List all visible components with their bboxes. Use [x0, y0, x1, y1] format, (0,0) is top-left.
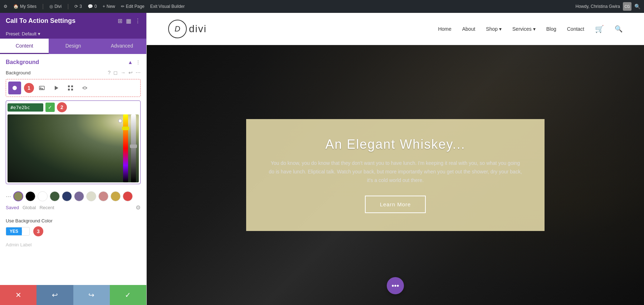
avatar[interactable]: CG	[623, 2, 631, 11]
mobile-icon[interactable]: ◻	[113, 70, 118, 75]
background-section-header: Background ▲ ⋮	[0, 54, 146, 68]
bg-types-container: 1	[0, 79, 146, 100]
comments-btn[interactable]: 💬 0	[88, 4, 97, 9]
svg-rect-6	[71, 89, 73, 90]
more-dots-icon[interactable]: ⋯	[136, 70, 141, 75]
global-tab-btn[interactable]: Global	[23, 205, 36, 210]
swatch-2[interactable]	[25, 191, 35, 201]
undo-icon[interactable]: ↩	[128, 70, 133, 75]
alpha-bar[interactable]	[131, 114, 136, 182]
recent-tab-btn[interactable]: Recent	[39, 205, 54, 210]
nav-about[interactable]: About	[462, 26, 475, 32]
background-section-title: Background	[6, 59, 39, 65]
nav-home[interactable]: Home	[438, 26, 451, 32]
cta-button[interactable]: Learn More	[365, 196, 426, 213]
swatch-5[interactable]	[62, 191, 72, 201]
swatch-more-btn[interactable]: ···	[6, 193, 11, 200]
search-icon-btn[interactable]: 🔍	[634, 4, 640, 9]
yes-toggle-row: YES 3	[6, 226, 141, 236]
hue-bar[interactable]	[123, 114, 128, 182]
color-hex-input[interactable]	[8, 103, 43, 112]
bg-type-pattern-btn[interactable]	[64, 82, 77, 94]
howdy-text: Howdy, Christina Gwira	[576, 4, 620, 9]
bg-type-video-btn[interactable]	[50, 82, 63, 94]
bg-type-mask-btn[interactable]	[78, 82, 91, 94]
cancel-btn[interactable]: ✕	[0, 285, 36, 305]
section-options-icon[interactable]: ⋮	[136, 59, 141, 65]
bg-type-color-btn[interactable]	[8, 82, 21, 94]
badge-3: 3	[33, 226, 43, 236]
admin-label-text: Admin Label	[6, 242, 141, 247]
cta-body: You do know, you do know that they don't…	[268, 159, 523, 185]
divi-icon: ◎	[49, 4, 53, 9]
badge-1: 1	[24, 83, 34, 93]
saved-tab-btn[interactable]: Saved	[6, 205, 19, 210]
badge-2: 2	[57, 102, 67, 112]
admin-label-section: Admin Label	[0, 240, 146, 250]
swatch-7[interactable]	[86, 191, 96, 201]
cta-title: An Elegant Whiskey...	[268, 137, 523, 152]
swatch-8[interactable]	[98, 191, 108, 201]
panel-title: Call To Action Settings	[6, 17, 75, 25]
section-chevron-icon[interactable]: ▲	[128, 59, 133, 65]
hero-section: An Elegant Whiskey... You do know, you d…	[147, 45, 644, 305]
save-btn[interactable]: ✓	[110, 285, 146, 305]
svg-rect-4	[71, 85, 73, 87]
color-input-row: ✓ 2	[8, 102, 139, 112]
tab-advanced[interactable]: Advanced	[98, 39, 146, 54]
swatch-3[interactable]	[38, 191, 48, 201]
bg-type-image-btn[interactable]	[35, 82, 48, 94]
nav-blog[interactable]: Blog	[546, 26, 556, 32]
updates-icon: ⟳	[74, 4, 78, 9]
undo-btn[interactable]: ↩	[36, 285, 73, 305]
website-preview: D divi Home About Shop ▾ Services ▾	[147, 13, 644, 305]
layout-icon[interactable]: ▦	[126, 18, 131, 24]
search-icon[interactable]: 🔍	[615, 25, 623, 33]
tab-design[interactable]: Design	[49, 39, 97, 54]
color-settings-icon[interactable]: ⚙	[136, 204, 141, 211]
nav-services[interactable]: Services ▾	[512, 26, 536, 32]
divi-btn[interactable]: ◎ Divi	[49, 4, 62, 9]
color-gradient-canvas[interactable]	[8, 114, 139, 182]
redo-btn[interactable]: ↪	[73, 285, 110, 305]
new-btn[interactable]: + New	[103, 4, 115, 9]
nav-shop[interactable]: Shop ▾	[486, 26, 502, 32]
more-icon[interactable]: ⋮	[135, 18, 141, 24]
nav-contact[interactable]: Contact	[567, 26, 584, 32]
admin-bar-right: Howdy, Christina Gwira CG 🔍	[576, 2, 640, 11]
site-nav-links: Home About Shop ▾ Services ▾ Blog Contac	[438, 25, 623, 33]
use-bg-toggle[interactable]: YES	[6, 227, 30, 236]
fab-btn[interactable]: •••	[387, 277, 404, 294]
color-confirm-btn[interactable]: ✓	[45, 103, 55, 112]
responsive-icon[interactable]: ⊞	[118, 18, 122, 24]
swatch-10[interactable]	[123, 191, 133, 201]
swatch-9[interactable]	[111, 191, 121, 201]
admin-bar: ⚙ 🏠 My Sites | ◎ Divi | ⟳ 3 💬 0 + New ✏ …	[0, 0, 644, 13]
pencil-icon: ✏	[121, 4, 125, 9]
swatch-6[interactable]	[74, 191, 84, 201]
cancel-icon: ✕	[15, 291, 21, 299]
bg-types-wrapper: 1	[6, 79, 141, 97]
arrow-icon[interactable]: →	[121, 70, 126, 75]
cart-icon[interactable]: 🛒	[595, 25, 604, 33]
color-picker-handle[interactable]	[118, 119, 122, 123]
background-field-label: Background	[6, 70, 104, 75]
wp-icon-btn[interactable]: ⚙	[4, 4, 8, 9]
toggle-box[interactable]	[22, 230, 29, 233]
panel-header: Call To Action Settings ⊞ ▦ ⋮	[0, 13, 146, 29]
swatch-4[interactable]	[50, 191, 60, 201]
tab-content[interactable]: Content	[0, 39, 49, 54]
exit-builder-btn[interactable]: Exit Visual Builder	[150, 4, 185, 9]
my-sites-btn[interactable]: 🏠 My Sites	[13, 4, 36, 9]
site-logo: D divi	[168, 20, 207, 38]
swatch-1[interactable]	[13, 191, 23, 201]
help-icon[interactable]: ?	[108, 70, 111, 75]
background-field-row: Background ? ◻ → ↩ ⋯	[0, 68, 146, 79]
svg-marker-2	[55, 86, 58, 90]
bottom-bar: ✕ ↩ ↪ ✓	[0, 285, 146, 305]
preset-row[interactable]: Preset: Default ▾	[0, 29, 146, 39]
updates-btn[interactable]: ⟳ 3	[74, 4, 82, 9]
yes-label: YES	[6, 227, 22, 235]
panel-content: Background ▲ ⋮ Background ? ◻ → ↩ ⋯	[0, 54, 146, 285]
edit-page-btn[interactable]: ✏ Edit Page	[121, 4, 145, 9]
